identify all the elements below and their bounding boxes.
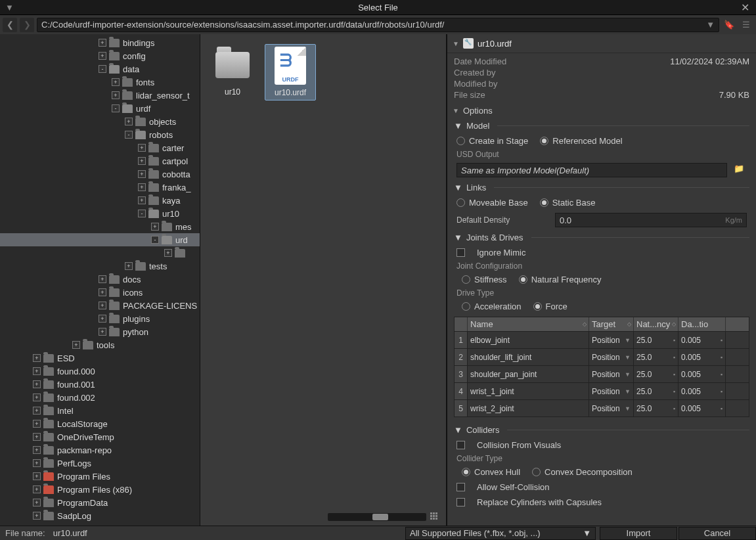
close-icon[interactable]: ✕ xyxy=(741,1,749,14)
stiffness-radio[interactable] xyxy=(462,275,470,284)
nav-back-button[interactable]: ❮ xyxy=(3,18,17,32)
grid-view-icon[interactable] xyxy=(430,512,442,522)
joint-row[interactable]: 4wrist_1_jointPosition▼25.0▪0.005▪ xyxy=(455,382,749,399)
collapse-icon[interactable]: ▼ xyxy=(454,425,462,435)
tree-item[interactable]: +PerfLogs xyxy=(0,457,200,470)
referenced-model-radio[interactable] xyxy=(540,137,548,145)
window-title: Select File xyxy=(0,3,756,12)
tree-item[interactable]: -urd xyxy=(0,233,200,246)
usd-output-input[interactable]: Same as Imported Model(Default) xyxy=(456,163,727,177)
tree-item[interactable]: +found.002 xyxy=(0,391,200,404)
acceleration-radio[interactable] xyxy=(462,302,470,311)
folder-icon xyxy=(109,288,120,297)
tree-item[interactable]: +mes xyxy=(0,220,200,233)
tree-item[interactable]: +Intel xyxy=(0,404,200,417)
tree-item[interactable]: +carter xyxy=(0,141,200,154)
path-input[interactable]: C:/Code/urdf-importer-extension/source/e… xyxy=(37,18,719,32)
folder-tree[interactable]: +bindings+config-data+fonts+lidar_sensor… xyxy=(0,34,200,526)
ignore-mimic-checkbox[interactable] xyxy=(456,248,465,257)
section-colliders: Colliders xyxy=(466,425,500,435)
collapse-icon[interactable]: ▼ xyxy=(454,183,462,192)
tree-item[interactable]: +config xyxy=(0,49,200,62)
file-thumb[interactable]: ᗱURDFur10.urdf xyxy=(265,44,316,101)
tree-item[interactable]: +cartpol xyxy=(0,154,200,168)
tree-item[interactable]: +packman-repo xyxy=(0,443,200,457)
section-options: Options xyxy=(463,106,493,116)
cancel-button[interactable]: Cancel xyxy=(678,527,756,540)
tree-item[interactable]: +PACKAGE-LICENS xyxy=(0,299,200,312)
tree-item[interactable]: +Program Files xyxy=(0,470,200,483)
folder-icon xyxy=(122,78,133,87)
folder-icon xyxy=(43,420,54,428)
tree-item[interactable]: +fonts xyxy=(0,76,200,89)
tree-item[interactable]: +franka_ xyxy=(0,181,200,194)
tree-item[interactable]: +icons xyxy=(0,286,200,299)
tree-item[interactable]: +kaya xyxy=(0,194,200,207)
tree-item[interactable]: +Program Files (x86) xyxy=(0,483,200,496)
bookmark-icon[interactable]: 🔖 xyxy=(722,18,736,32)
folder-icon xyxy=(43,407,54,415)
folder-icon xyxy=(43,394,54,402)
allow-self-collision-checkbox[interactable] xyxy=(456,483,465,491)
tree-item[interactable]: +tests xyxy=(0,259,200,273)
joint-row[interactable]: 2shoulder_lift_jointPosition▼25.0▪0.005▪ xyxy=(455,348,749,365)
static-base-radio[interactable] xyxy=(540,198,548,207)
collision-visuals-checkbox[interactable] xyxy=(456,441,465,449)
filename-input[interactable]: ur10.urdf xyxy=(51,527,405,540)
nav-forward-button[interactable]: ❯ xyxy=(20,18,34,32)
file-thumb[interactable]: ur10 xyxy=(207,44,258,101)
density-input[interactable]: 0.0Kg/m xyxy=(555,213,747,227)
tree-item[interactable]: -ur10 xyxy=(0,207,200,220)
tree-item[interactable]: -robots xyxy=(0,128,200,141)
tree-item[interactable]: +plugins xyxy=(0,312,200,325)
natural-freq-radio[interactable] xyxy=(519,275,527,284)
density-label: Default Density xyxy=(456,215,548,225)
tree-item[interactable]: +OneDriveTemp xyxy=(0,430,200,443)
tree-item[interactable]: +cobotta xyxy=(0,168,200,181)
menu-button[interactable]: ☰ xyxy=(739,18,753,32)
tree-item[interactable]: +python xyxy=(0,325,200,338)
zoom-slider[interactable] xyxy=(328,513,426,521)
tree-item[interactable]: + xyxy=(0,246,200,259)
moveable-base-radio[interactable] xyxy=(456,198,465,207)
tree-item[interactable]: +found.001 xyxy=(0,378,200,391)
create-in-stage-radio[interactable] xyxy=(456,137,465,145)
menu-icon[interactable]: ▼ xyxy=(5,3,14,12)
tree-item[interactable]: +objects xyxy=(0,115,200,128)
folder-icon xyxy=(109,328,120,336)
path-dropdown-icon[interactable]: ▼ xyxy=(706,20,715,30)
folder-icon xyxy=(162,236,172,244)
tree-item[interactable]: +bindings xyxy=(0,36,200,49)
section-links: Links xyxy=(466,183,486,192)
tree-item[interactable]: +tools xyxy=(0,338,200,351)
drive-type-label: Drive Type xyxy=(447,287,756,299)
collapse-icon[interactable]: ▼ xyxy=(453,40,459,47)
browse-folder-icon[interactable]: 📁 xyxy=(734,164,747,177)
tree-item[interactable]: +ProgramData xyxy=(0,496,200,509)
tree-item[interactable]: +found.000 xyxy=(0,365,200,378)
collapse-icon[interactable]: ▼ xyxy=(454,233,462,242)
joint-row[interactable]: 3shoulder_pan_jointPosition▼25.0▪0.005▪ xyxy=(455,365,749,382)
collapse-icon[interactable]: ▼ xyxy=(453,107,459,114)
import-button[interactable]: Import xyxy=(600,527,677,540)
tree-item[interactable]: +ESD xyxy=(0,351,200,365)
tree-item[interactable]: +LocalStorage xyxy=(0,417,200,430)
joint-row[interactable]: 1elbow_jointPosition▼25.0▪0.005▪ xyxy=(455,331,749,348)
collider-type-label: Collider Type xyxy=(447,453,756,464)
folder-icon xyxy=(43,485,54,494)
joint-row[interactable]: 5wrist_2_jointPosition▼25.0▪0.005▪ xyxy=(455,399,749,416)
tree-item[interactable]: -data xyxy=(0,62,200,76)
force-radio[interactable] xyxy=(533,302,542,311)
tree-item[interactable]: +docs xyxy=(0,273,200,286)
tree-item[interactable]: +SadpLog xyxy=(0,509,200,522)
joints-table[interactable]: Name◇ Target◇ Nat...ncy◇ Da...tio 1elbow… xyxy=(454,317,749,417)
file-type-filter[interactable]: All Supported Files (*.fbx, *.obj, ...)▼ xyxy=(405,527,596,540)
tree-item[interactable]: +lidar_sensor_t xyxy=(0,89,200,102)
file-grid[interactable]: ur10ᗱURDFur10.urdf xyxy=(200,34,447,526)
collapse-icon[interactable]: ▼ xyxy=(454,121,462,131)
folder-icon xyxy=(109,65,120,74)
convex-decomp-radio[interactable] xyxy=(532,468,541,476)
tree-item[interactable]: -urdf xyxy=(0,102,200,115)
replace-cylinders-checkbox[interactable] xyxy=(456,498,465,506)
convex-hull-radio[interactable] xyxy=(462,468,470,476)
